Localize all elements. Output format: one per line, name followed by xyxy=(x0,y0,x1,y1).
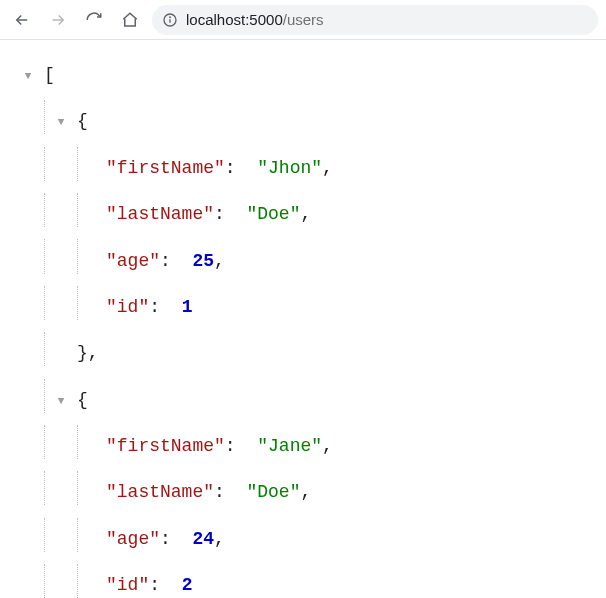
json-colon: : xyxy=(225,151,236,185)
arrow-left-icon xyxy=(13,11,31,29)
json-key: "age" xyxy=(106,522,160,556)
json-string-value: "Doe" xyxy=(246,475,300,509)
json-comma: , xyxy=(214,244,225,278)
info-icon xyxy=(162,12,178,28)
address-bar[interactable]: localhost:5000/users xyxy=(152,5,598,35)
json-number-value: 25 xyxy=(192,244,214,278)
arrow-right-icon xyxy=(49,11,67,29)
refresh-button[interactable] xyxy=(80,6,108,34)
json-number-value: 1 xyxy=(182,290,193,324)
json-key: "id" xyxy=(106,568,149,598)
json-comma: , xyxy=(300,197,311,231)
json-comma: , xyxy=(322,151,333,185)
json-colon: : xyxy=(149,290,160,324)
json-comma: , xyxy=(322,429,333,463)
json-key: "age" xyxy=(106,244,160,278)
json-key: "lastName" xyxy=(106,475,214,509)
browser-toolbar: localhost:5000/users xyxy=(0,0,606,40)
json-number-value: 24 xyxy=(192,522,214,556)
json-colon: : xyxy=(225,429,236,463)
object-open-brace: { xyxy=(77,383,88,417)
json-colon: : xyxy=(160,244,171,278)
url-text: localhost:5000/users xyxy=(186,11,324,28)
home-icon xyxy=(121,11,139,29)
collapse-toggle-icon[interactable]: ▼ xyxy=(22,66,34,87)
array-open-bracket: [ xyxy=(44,58,55,92)
json-number-value: 2 xyxy=(182,568,193,598)
json-colon: : xyxy=(160,522,171,556)
json-colon: : xyxy=(149,568,160,598)
collapse-toggle-icon[interactable]: ▼ xyxy=(55,391,67,412)
json-string-value: "Doe" xyxy=(246,197,300,231)
collapse-toggle-icon[interactable]: ▼ xyxy=(55,112,67,133)
json-key: "lastName" xyxy=(106,197,214,231)
json-colon: : xyxy=(214,475,225,509)
json-key: "id" xyxy=(106,290,149,324)
object-close-brace: } xyxy=(77,336,88,370)
home-button[interactable] xyxy=(116,6,144,34)
json-comma: , xyxy=(300,475,311,509)
json-comma: , xyxy=(88,336,99,370)
back-button[interactable] xyxy=(8,6,36,34)
json-string-value: "Jane" xyxy=(257,429,322,463)
url-path: /users xyxy=(283,11,324,28)
refresh-icon xyxy=(85,11,103,29)
json-key: "firstName" xyxy=(106,429,225,463)
svg-point-2 xyxy=(170,17,171,18)
object-open-brace: { xyxy=(77,104,88,138)
forward-button[interactable] xyxy=(44,6,72,34)
json-colon: : xyxy=(214,197,225,231)
json-viewer: ▼[▼▼{▼▼"firstName": "Jhon",▼▼"lastName":… xyxy=(0,40,606,598)
json-key: "firstName" xyxy=(106,151,225,185)
url-host: localhost:5000 xyxy=(186,11,283,28)
json-string-value: "Jhon" xyxy=(257,151,322,185)
json-comma: , xyxy=(214,522,225,556)
